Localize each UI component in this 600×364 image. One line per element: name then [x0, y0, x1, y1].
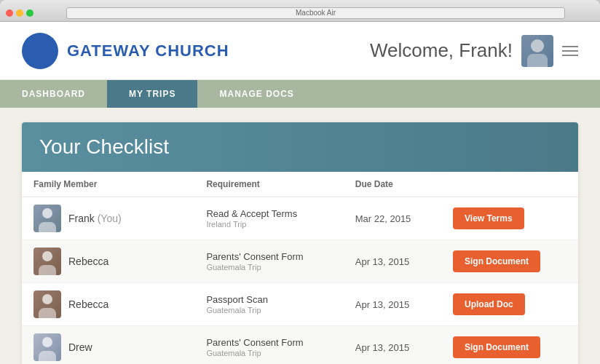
action-button-2[interactable]: Upload Doc	[453, 293, 525, 315]
member-name: Drew	[68, 341, 92, 353]
action-button-1[interactable]: Sign Document	[453, 250, 540, 272]
action-cell-1: Sign Document	[441, 240, 578, 283]
table-row: Rebecca Passport Scan Guatemala Trip Apr…	[22, 283, 578, 326]
due-date: Apr 13, 2015	[355, 342, 409, 353]
avatar-image	[521, 35, 553, 67]
traffic-lights	[6, 9, 33, 17]
header-right: Welcome, Frank!	[370, 35, 578, 67]
table-header-row: Family Member Requirement Due Date	[22, 172, 578, 197]
member-cell-3: Drew	[22, 326, 194, 365]
site-header: GATEWAY CHURCH Welcome, Frank!	[0, 22, 600, 80]
maximize-button[interactable]	[26, 9, 33, 17]
table-row: Frank (You) Read & Accept Terms Ireland …	[22, 197, 578, 240]
action-button-3[interactable]: Sign Document	[453, 336, 540, 358]
browser-window: GATEWAY CHURCH Welcome, Frank! DASHBOARD…	[0, 22, 600, 364]
logo-icon	[22, 33, 58, 69]
hamburger-line	[562, 50, 578, 52]
close-button[interactable]	[6, 9, 13, 17]
action-cell-2: Upload Doc	[441, 283, 578, 326]
requirement-trip: Ireland Trip	[206, 220, 331, 229]
due-date-cell-1: Apr 13, 2015	[344, 240, 441, 283]
requirement-name: Passport Scan	[206, 294, 331, 305]
requirement-cell-1: Parents' Consent Form Guatemala Trip	[194, 240, 343, 283]
due-date-cell-3: Apr 13, 2015	[344, 326, 441, 365]
tab-manage-docs[interactable]: MANAGE DOCS	[197, 80, 315, 108]
checklist-title: Your Checklist	[39, 135, 561, 159]
due-date: Mar 22, 2015	[355, 213, 411, 224]
requirement-trip: Guatemala Trip	[206, 349, 331, 357]
col-action	[441, 172, 578, 197]
requirement-name: Read & Accept Terms	[206, 208, 331, 219]
avatar[interactable]	[521, 35, 553, 67]
col-due-date: Due Date	[344, 172, 441, 197]
member-name: Rebecca	[68, 298, 108, 310]
member-name: Rebecca	[68, 256, 108, 267]
requirement-name: Parents' Consent Form	[206, 251, 331, 262]
nav-tabs: DASHBOARD MY TRIPS MANAGE DOCS	[0, 80, 600, 108]
table-row: Drew Parents' Consent Form Guatemala Tri…	[22, 326, 578, 365]
checklist-header: Your Checklist	[22, 122, 578, 172]
member-cell-2: Rebecca	[22, 283, 194, 326]
requirement-trip: Guatemala Trip	[206, 263, 331, 272]
action-cell-0: View Terms	[441, 197, 578, 240]
member-cell-1: Rebecca	[22, 240, 194, 283]
hamburger-line	[562, 46, 578, 47]
requirement-trip: Guatemala Trip	[206, 306, 331, 314]
requirement-name: Parents' Consent Form	[206, 337, 331, 348]
member-name: Frank (You)	[68, 213, 122, 224]
member-avatar	[33, 205, 61, 232]
member-avatar	[33, 290, 61, 318]
member-avatar	[33, 248, 61, 275]
hamburger-menu[interactable]	[562, 46, 578, 56]
hamburger-line	[562, 55, 578, 56]
due-date-cell-0: Mar 22, 2015	[344, 197, 441, 240]
welcome-text: Welcome, Frank!	[370, 39, 513, 62]
action-cell-3: Sign Document	[441, 326, 578, 365]
checklist-table: Family Member Requirement Due Date Frank…	[22, 172, 578, 364]
logo-area: GATEWAY CHURCH	[22, 33, 229, 69]
col-family-member: Family Member	[22, 172, 194, 197]
address-text: Macbook Air	[296, 9, 336, 17]
requirement-cell-2: Passport Scan Guatemala Trip	[194, 283, 343, 326]
due-date: Apr 13, 2015	[355, 256, 409, 267]
tab-dashboard[interactable]: DASHBOARD	[0, 80, 107, 108]
requirement-cell-3: Parents' Consent Form Guatemala Trip	[194, 326, 343, 365]
col-requirement: Requirement	[194, 172, 343, 197]
due-date: Apr 13, 2015	[355, 299, 409, 310]
logo-text: GATEWAY CHURCH	[67, 41, 229, 60]
requirement-cell-0: Read & Accept Terms Ireland Trip	[194, 197, 343, 240]
address-bar[interactable]: Macbook Air	[66, 7, 565, 19]
table-row: Rebecca Parents' Consent Form Guatemala …	[22, 240, 578, 283]
member-cell-0: Frank (You)	[22, 197, 194, 240]
minimize-button[interactable]	[16, 9, 23, 17]
action-button-0[interactable]: View Terms	[453, 207, 524, 229]
checklist-card: Your Checklist Family Member Requirement…	[22, 122, 578, 364]
member-you: (You)	[98, 213, 122, 224]
member-avatar	[33, 333, 61, 361]
tab-my-trips[interactable]: MY TRIPS	[107, 80, 197, 108]
due-date-cell-2: Apr 13, 2015	[344, 283, 441, 326]
browser-chrome: Macbook Air	[0, 0, 600, 22]
main-content: Your Checklist Family Member Requirement…	[0, 108, 600, 364]
